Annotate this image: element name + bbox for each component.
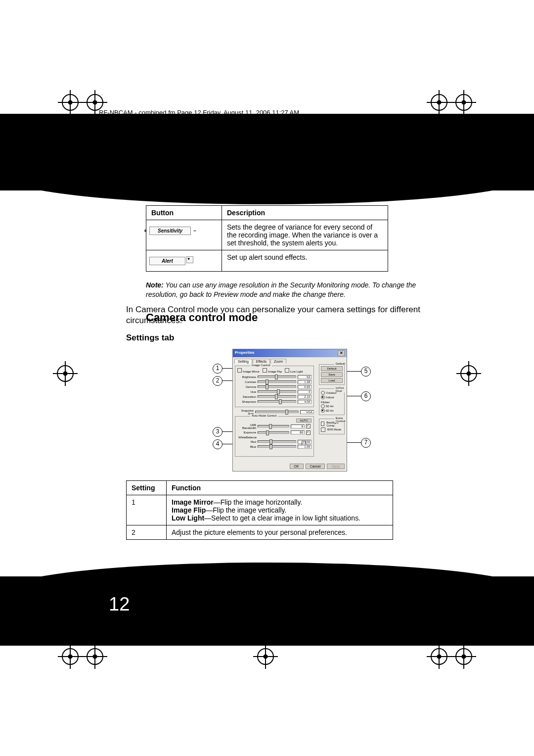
- description-cell: Sets the degree of variance for every se…: [222, 220, 388, 250]
- button-cell: Sensitivity: [146, 220, 222, 250]
- slider-row: Exposure80: [237, 430, 312, 435]
- callout-line: [346, 442, 361, 443]
- slider-row: Contrast1.38: [237, 380, 312, 384]
- auto-mode-fieldset: Auto Mode Control AUTO USB Bandwidth8Exp…: [235, 416, 314, 457]
- crop-mark: [62, 648, 79, 665]
- slider-track[interactable]: [258, 395, 296, 398]
- save-button[interactable]: Save: [321, 372, 343, 377]
- setting-num: 1: [127, 495, 167, 525]
- slider-track[interactable]: [258, 400, 296, 403]
- cancel-button[interactable]: Cancel: [306, 464, 325, 469]
- callout-4: 4: [213, 439, 222, 449]
- slider-row: Red1.00: [237, 440, 312, 444]
- default-button[interactable]: Default: [321, 366, 343, 371]
- load-button[interactable]: Load: [321, 378, 343, 383]
- description-cell: Set up alert sound effects.: [222, 250, 388, 272]
- sensitivity-button: Sensitivity: [149, 227, 191, 235]
- wb-auto-check[interactable]: [302, 441, 306, 445]
- check-flip[interactable]: Image Flip: [263, 368, 282, 373]
- dialog-titlebar: Properties ✕: [233, 349, 347, 357]
- dialog-screenshot: 1 2 3 4 5 6 7 Properties ✕ Setting: [218, 349, 366, 472]
- slider-track[interactable]: [258, 376, 296, 378]
- dialog-main-column: Image Control Image Mirror Image Flip Lo…: [235, 366, 314, 457]
- table-row: 1 Image Mirror—Flip the image horizontal…: [127, 495, 393, 525]
- callout-3: 3: [213, 427, 222, 437]
- slider-row: Sharpness4.00: [237, 400, 312, 404]
- dropdown-icon: ▼: [186, 256, 193, 263]
- apply-button[interactable]: Apply: [327, 464, 345, 469]
- slider-row: USB Bandwidth8: [237, 424, 312, 429]
- slider-track[interactable]: [258, 431, 289, 434]
- crop-mark: [257, 648, 274, 665]
- check-lowlight[interactable]: Low Light: [285, 368, 303, 373]
- radio-indoor[interactable]: Indoor: [321, 395, 343, 399]
- tab-effects[interactable]: Effects: [253, 359, 270, 364]
- default-fieldset: Default Default Save Load: [319, 364, 345, 385]
- slider-value: 4.00: [298, 400, 312, 404]
- slider-value: 63: [298, 375, 312, 379]
- image-control-fieldset: Image Control Image Mirror Image Flip Lo…: [235, 366, 314, 407]
- callout-line: [346, 371, 361, 372]
- wb-label: WhiteBalance: [238, 436, 312, 439]
- radio-50hz[interactable]: 50 Hz: [321, 404, 343, 408]
- check-mirror[interactable]: Image Mirror: [237, 368, 260, 373]
- slider-value: 4: [298, 390, 312, 394]
- settings-function-table: Setting Function 1 Image Mirror—Flip the…: [126, 480, 393, 540]
- slider-label: Red: [237, 440, 258, 443]
- auto-button[interactable]: AUTO: [296, 419, 312, 423]
- slider-track[interactable]: [258, 445, 296, 448]
- slider-row: Blue1.00: [237, 445, 312, 449]
- slider-track[interactable]: [258, 425, 289, 427]
- crop-mark: [455, 648, 472, 665]
- crop-mark: [87, 648, 103, 665]
- dialog-tabs: Setting Effects Zoom: [233, 357, 347, 364]
- slider-row: Gamma0.65: [237, 385, 312, 389]
- col-header-description: Description: [222, 206, 388, 220]
- crop-mark: [62, 94, 79, 111]
- slider-label: Blue: [237, 445, 258, 448]
- tab-setting[interactable]: Setting: [234, 359, 252, 364]
- callout-5: 5: [361, 367, 371, 377]
- auto-legend: Auto Mode Control: [250, 414, 278, 417]
- col-header-function: Function: [167, 480, 393, 495]
- slider-value: 1.00: [298, 445, 312, 449]
- slider-label: Saturation: [237, 395, 258, 398]
- auto-check[interactable]: [306, 424, 311, 428]
- crop-mark: [431, 648, 447, 665]
- button-cell: Alert ▼: [146, 250, 222, 272]
- tab-zoom[interactable]: Zoom: [270, 359, 286, 364]
- check-bwmode[interactable]: B/W Mode: [321, 427, 343, 432]
- slider-label: Exposure: [237, 431, 258, 434]
- snapshot-value: VGA: [300, 410, 314, 414]
- setting-num: 2: [127, 525, 167, 539]
- note-text: Note: You can use any image resolution i…: [146, 281, 438, 299]
- auto-check[interactable]: [306, 430, 311, 435]
- alert-button: Alert: [149, 257, 185, 265]
- slider-label: Brightness: [237, 376, 258, 378]
- slider-value: 2.10: [298, 395, 312, 399]
- flicker-label: Flicker: [321, 401, 343, 404]
- table-row: Alert ▼ Set up alert sound effects.: [146, 250, 388, 272]
- slider-value: 1.38: [298, 380, 312, 384]
- image-control-legend: Image Control: [250, 364, 272, 367]
- slider-track[interactable]: [258, 390, 296, 393]
- crop-mark: [87, 94, 103, 111]
- slider-track[interactable]: [258, 440, 296, 443]
- dialog-footer: OK Cancel Apply: [233, 463, 347, 471]
- crop-mark: [431, 94, 447, 111]
- slider-label: Sharpness: [237, 400, 258, 403]
- radio-60hz[interactable]: 60 Hz: [321, 409, 343, 413]
- slider-track[interactable]: [258, 380, 296, 383]
- ok-button[interactable]: OK: [290, 464, 304, 469]
- close-icon[interactable]: ✕: [338, 350, 345, 356]
- properties-dialog: Properties ✕ Setting Effects Zoom Defaul…: [232, 349, 347, 472]
- slider-row: Hue4: [237, 390, 312, 394]
- function-cell: Adjust the picture elements to your pers…: [167, 525, 393, 539]
- callout-2: 2: [213, 376, 222, 386]
- slider-label: USB Bandwidth: [237, 424, 258, 429]
- function-cell: Image Mirror—Flip the image horizontally…: [167, 495, 393, 525]
- slider-label: Gamma: [237, 385, 258, 388]
- snapshot-slider[interactable]: [255, 411, 299, 413]
- slider-track[interactable]: [258, 385, 296, 388]
- top-black-band: [0, 114, 534, 190]
